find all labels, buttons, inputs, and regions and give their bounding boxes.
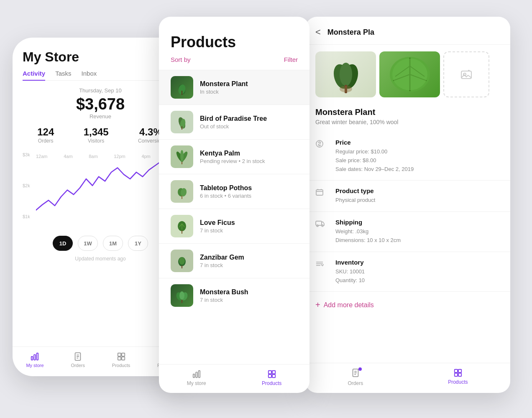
time-1m[interactable]: 1M xyxy=(103,236,123,251)
detail-nav-orders[interactable]: Orders xyxy=(348,368,363,386)
svg-point-31 xyxy=(179,257,185,265)
orders-notification-dot xyxy=(358,367,362,371)
svg-rect-38 xyxy=(196,372,197,377)
phone-nav-orders[interactable]: Orders xyxy=(64,352,92,368)
tablet-nav-products[interactable]: Products xyxy=(262,370,281,386)
phone-nav-products[interactable]: Products xyxy=(105,352,137,368)
tablet-bottom-nav: My store Products xyxy=(159,364,309,393)
filter-button[interactable]: Filter xyxy=(284,56,298,63)
phone-nav-mystore[interactable]: My store xyxy=(19,352,50,368)
orders-label: Orders xyxy=(37,138,54,144)
detail-header-title: Monstera Pla xyxy=(327,28,374,37)
svg-rect-17 xyxy=(182,126,182,130)
revenue-label: Revenue xyxy=(23,113,178,120)
time-1d[interactable]: 1D xyxy=(53,236,73,251)
list-item[interactable]: Bird of Paradise Tree Out of stock xyxy=(159,104,309,139)
svg-rect-1 xyxy=(34,354,36,360)
orders-icon xyxy=(73,352,82,361)
phone-nav-products-label: Products xyxy=(112,363,130,368)
list-item[interactable]: Monstera Plant In stock xyxy=(159,70,309,104)
phone-nav-orders-label: Orders xyxy=(71,363,85,368)
svg-point-69 xyxy=(322,225,323,227)
inventory-section: Inventory SKU: 10001 Quantity: 10 xyxy=(305,252,510,292)
svg-rect-41 xyxy=(272,371,275,374)
time-1y[interactable]: 1Y xyxy=(128,236,148,251)
plus-icon: + xyxy=(315,300,320,310)
svg-rect-2 xyxy=(37,353,38,360)
chart-bar-icon xyxy=(30,352,39,361)
tab-inbox[interactable]: Inbox xyxy=(82,66,97,80)
list-item[interactable]: Tabletop Pothos 6 in stock • 6 variants xyxy=(159,174,309,209)
product-list: Monstera Plant In stock Bird of Paradise… xyxy=(159,70,309,364)
stat-orders: 124 Orders xyxy=(37,126,54,144)
svg-rect-37 xyxy=(193,374,194,377)
price-title: Price xyxy=(335,139,414,146)
stat-visitors: 1,345 Visitors xyxy=(84,126,109,144)
price-section: Price Regular price: $10.00 Sale price: … xyxy=(305,132,510,181)
svg-rect-10 xyxy=(121,357,124,360)
revenue-value: $3,678 xyxy=(23,95,178,113)
products-nav-icon xyxy=(267,370,276,379)
products-icon xyxy=(117,352,126,361)
mystore-icon xyxy=(192,370,201,379)
svg-point-46 xyxy=(340,63,352,86)
products-list-panel: Products Sort by Filter Monstera Plant I… xyxy=(159,17,309,393)
activity-date: Thursday, Sep 10 xyxy=(23,87,178,94)
detail-header: < Monstera Pla xyxy=(305,17,510,45)
shipping-section: Shipping Weight: .03kg Dimensions: 10 x … xyxy=(305,212,510,252)
update-text: Updated moments ago xyxy=(23,256,178,262)
detail-nav-products[interactable]: Products xyxy=(448,368,468,386)
tab-tasks[interactable]: Tasks xyxy=(55,66,71,80)
svg-rect-21 xyxy=(182,162,182,164)
svg-rect-80 xyxy=(458,373,461,376)
inventory-sku: SKU: 10001 xyxy=(335,268,365,276)
svg-rect-79 xyxy=(455,373,458,376)
list-item[interactable]: Monstera Bush 7 in stock xyxy=(159,278,309,313)
product-detail-panel: < Monstera Pla xyxy=(305,17,510,393)
list-item[interactable]: Zanzibar Gem 7 in stock xyxy=(159,243,309,278)
product-image-2[interactable] xyxy=(379,51,440,97)
list-item[interactable]: Love Ficus 7 in stock xyxy=(159,209,309,243)
svg-point-35 xyxy=(179,291,184,300)
time-1w[interactable]: 1W xyxy=(78,236,98,251)
inventory-icon xyxy=(315,260,329,270)
product-name: Tabletop Pothos xyxy=(200,184,298,192)
svg-rect-14 xyxy=(182,91,182,95)
product-thumbnail xyxy=(171,111,193,133)
back-button[interactable]: < xyxy=(315,27,321,38)
visitors-value: 1,345 xyxy=(84,126,109,138)
price-dates: Sale dates: Nov 29–Dec 2, 2019 xyxy=(335,165,414,174)
store-name: My Store xyxy=(23,49,178,65)
svg-point-68 xyxy=(317,225,318,227)
svg-rect-0 xyxy=(31,357,33,360)
sort-by-button[interactable]: Sort by xyxy=(171,56,191,63)
svg-rect-24 xyxy=(182,196,182,199)
products-header: Products Sort by Filter xyxy=(159,17,309,70)
product-name: Kentya Palm xyxy=(200,150,298,157)
tablet-nav-products-label: Products xyxy=(262,380,281,386)
svg-rect-8 xyxy=(121,353,124,356)
product-name: Monstera Bush xyxy=(200,288,298,296)
tab-activity[interactable]: Activity xyxy=(23,66,45,80)
product-thumbnail xyxy=(171,284,193,307)
tablet-nav-mystore[interactable]: My store xyxy=(187,370,206,386)
product-name: Love Ficus xyxy=(200,219,298,227)
svg-rect-29 xyxy=(182,230,182,234)
detail-nav-products-label: Products xyxy=(448,379,468,385)
shipping-dimensions: Dimensions: 10 x 10 x 2cm xyxy=(335,236,401,245)
product-type-title: Product type xyxy=(335,187,375,194)
list-item[interactable]: Kentya Palm Pending review • 2 in stock xyxy=(159,139,309,174)
add-more-details-button[interactable]: + Add more details xyxy=(305,292,510,318)
product-status: Pending review • 2 in stock xyxy=(200,158,298,164)
product-images xyxy=(305,45,510,104)
add-more-details-label: Add more details xyxy=(324,301,374,309)
add-image-button[interactable] xyxy=(443,51,489,97)
product-status: 6 in stock • 6 variants xyxy=(200,193,298,199)
price-icon xyxy=(315,140,329,150)
orders-value: 124 xyxy=(37,126,54,138)
product-image-1[interactable] xyxy=(315,51,376,97)
svg-rect-40 xyxy=(268,371,271,374)
product-thumbnail xyxy=(171,180,193,203)
svg-rect-36 xyxy=(182,300,182,303)
svg-rect-9 xyxy=(118,357,120,360)
